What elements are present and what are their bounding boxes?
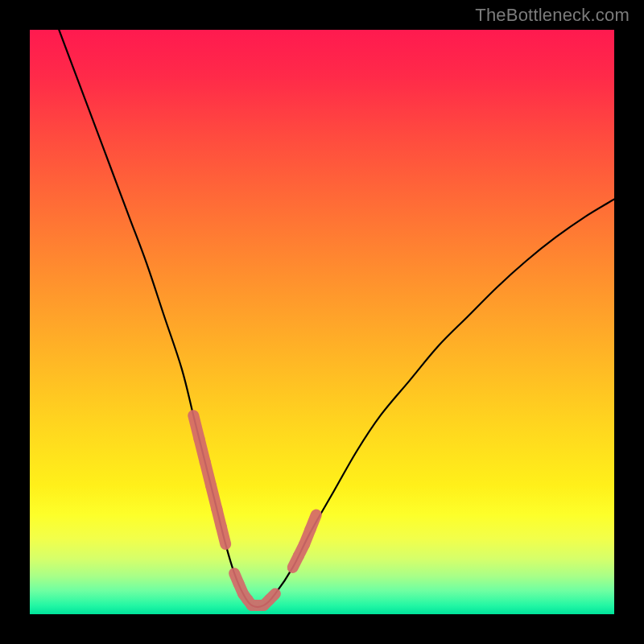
plot-area [30, 30, 614, 614]
attribution-label: TheBottleneck.com [475, 5, 630, 26]
highlight-segments [193, 415, 316, 605]
bottleneck-curve [59, 30, 614, 607]
chart-frame: TheBottleneck.com [0, 0, 644, 644]
curve-layer [30, 30, 614, 614]
